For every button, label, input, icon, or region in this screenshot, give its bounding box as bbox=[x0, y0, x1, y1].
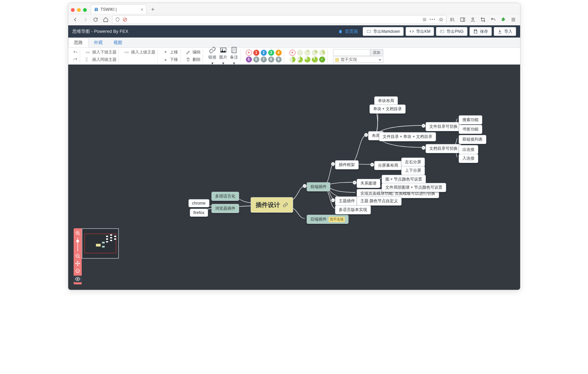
leaf-icon[interactable] bbox=[500, 16, 507, 23]
tag-add-button[interactable]: 添加 bbox=[370, 49, 383, 56]
home-link[interactable]: 首页面 bbox=[338, 28, 358, 34]
progress-75-button[interactable] bbox=[304, 56, 310, 63]
priority-6-button[interactable]: 6 bbox=[253, 56, 259, 63]
priority-clear-button[interactable]: × bbox=[246, 50, 252, 56]
window-minimize-icon[interactable] bbox=[77, 8, 81, 12]
progress-37-button[interactable] bbox=[319, 50, 325, 56]
tab-view[interactable]: 视图 bbox=[108, 38, 128, 47]
new-tab-button[interactable]: + bbox=[149, 5, 157, 14]
progress-clear-button[interactable]: × bbox=[289, 50, 296, 56]
priority-5-button[interactable]: 5 bbox=[246, 56, 252, 63]
import-button[interactable]: 导入 bbox=[494, 27, 516, 36]
priority-3-button[interactable]: 3 bbox=[268, 50, 274, 56]
minimap-viewport[interactable] bbox=[84, 234, 116, 253]
account-icon[interactable] bbox=[469, 16, 476, 23]
priority-7-button[interactable]: 7 bbox=[261, 56, 267, 63]
expand-toggle[interactable]: − bbox=[364, 133, 368, 137]
mindmap-node[interactable]: 主题 颜色节点自定义 bbox=[357, 196, 402, 206]
progress-25-button[interactable] bbox=[312, 50, 318, 56]
nav-home-button[interactable] bbox=[102, 16, 109, 23]
tab-idea[interactable]: 思路 bbox=[68, 38, 88, 47]
star-icon[interactable] bbox=[439, 17, 443, 22]
library-icon[interactable] bbox=[449, 16, 456, 23]
progress-100-button[interactable] bbox=[319, 56, 325, 63]
move-up-button[interactable]: 上移 bbox=[163, 49, 178, 56]
menu-icon[interactable] bbox=[510, 16, 517, 23]
tag-input[interactable] bbox=[333, 49, 370, 56]
mindmap-node[interactable]: 上下分屏 bbox=[401, 166, 425, 175]
mindmap-node[interactable]: 关系图谱 bbox=[357, 179, 380, 188]
progress-62-button[interactable] bbox=[297, 56, 303, 63]
mindmap-node[interactable]: 文件局部图谱 + 节点颜色可设置 bbox=[382, 183, 446, 192]
mindmap-root-node[interactable]: 插件设计 bbox=[251, 197, 293, 213]
toggle-minimap-icon[interactable] bbox=[74, 276, 82, 282]
mindmap-node[interactable]: 文件目录可切换 bbox=[426, 122, 461, 131]
redo-icon[interactable] bbox=[73, 57, 78, 62]
nav-back-button[interactable] bbox=[72, 16, 79, 23]
note-button[interactable]: 备注 ▾ bbox=[230, 46, 238, 66]
progress-0-button[interactable] bbox=[297, 50, 303, 56]
priority-4-button[interactable]: 4 bbox=[276, 50, 282, 56]
mindmap-node[interactable]: chrome bbox=[188, 199, 209, 207]
mindmap-node[interactable]: 图 + 节点颜色可设置 bbox=[382, 175, 426, 184]
expand-toggle[interactable]: − bbox=[421, 146, 426, 150]
mindmap-node[interactable]: 主题插件 bbox=[335, 196, 359, 206]
insert-parent-button[interactable]: 插入上级主题 bbox=[124, 49, 155, 56]
mindmap-node[interactable]: 双链接列表 bbox=[459, 135, 486, 144]
save-button[interactable]: 保存 bbox=[469, 27, 492, 36]
expand-toggle[interactable]: − bbox=[353, 181, 357, 185]
tab-appearance[interactable]: 外观 bbox=[88, 38, 108, 47]
export-markdown-button[interactable]: 导出Markdown bbox=[363, 27, 404, 36]
mindmap-canvas[interactable]: 插件设计 多国语言化 浏览器插件 chrome firefox − 前端插件 后… bbox=[68, 65, 520, 290]
priority-9-button[interactable]: 9 bbox=[276, 56, 282, 63]
insert-sibling-button[interactable]: 插入同级主题 bbox=[85, 56, 117, 63]
mindmap-node[interactable]: 文档目录可切换 bbox=[426, 144, 461, 153]
zoom-slider[interactable] bbox=[77, 238, 78, 251]
priority-2-button[interactable]: 2 bbox=[261, 50, 267, 56]
locate-icon[interactable] bbox=[75, 268, 80, 274]
mindmap-node[interactable]: 前端插件 bbox=[307, 182, 330, 191]
delete-button[interactable]: 删除 bbox=[186, 56, 201, 63]
mindmap-node[interactable]: 出连接 bbox=[459, 145, 478, 154]
url-bar[interactable]: ••• bbox=[112, 15, 446, 24]
export-km-button[interactable]: 导出KM bbox=[406, 27, 434, 36]
ellipsis-icon[interactable]: ••• bbox=[430, 17, 436, 22]
export-png-button[interactable]: 导出PNG bbox=[436, 27, 467, 36]
mindmap-node[interactable]: 书签功能 bbox=[459, 125, 482, 134]
browser-tab[interactable]: TSWIKI | × bbox=[91, 4, 147, 14]
zoom-in-icon[interactable] bbox=[75, 230, 80, 236]
mindmap-node[interactable]: 多国语言化 bbox=[211, 192, 239, 201]
priority-1-button[interactable]: 1 bbox=[253, 50, 259, 56]
edit-button[interactable]: 编辑 bbox=[186, 49, 201, 56]
minimap[interactable] bbox=[82, 228, 119, 259]
nav-forward-button[interactable] bbox=[82, 16, 89, 23]
progress-87-button[interactable] bbox=[312, 56, 318, 63]
expand-toggle[interactable]: − bbox=[370, 163, 374, 167]
priority-8-button[interactable]: 8 bbox=[268, 56, 274, 63]
zoom-out-icon[interactable] bbox=[75, 253, 80, 259]
move-down-button[interactable]: 下移 bbox=[163, 56, 178, 63]
mindmap-node[interactable]: 左右分屏 bbox=[401, 158, 425, 167]
window-close-icon[interactable] bbox=[71, 8, 75, 12]
mindmap-node[interactable]: 单块布局 bbox=[374, 96, 398, 106]
sidebar-icon[interactable] bbox=[459, 16, 466, 23]
mindmap-node[interactable]: 浏览器插件 bbox=[211, 204, 239, 213]
insert-child-button[interactable]: 插入下级主题 bbox=[85, 49, 117, 56]
link-button[interactable]: 链接 ▾ bbox=[208, 46, 216, 66]
progress-50-button[interactable] bbox=[289, 56, 296, 63]
expand-toggle[interactable]: − bbox=[303, 184, 307, 188]
image-button[interactable]: 图片 ▾ bbox=[219, 46, 227, 66]
nav-reload-button[interactable] bbox=[92, 16, 99, 23]
pan-icon[interactable] bbox=[75, 261, 80, 266]
undo-icon[interactable] bbox=[73, 50, 78, 55]
mindmap-node[interactable]: 搜索功能 bbox=[459, 115, 482, 124]
close-icon[interactable]: × bbox=[140, 7, 143, 12]
progress-12-button[interactable] bbox=[304, 50, 310, 56]
crop-icon[interactable] bbox=[480, 16, 486, 23]
reader-icon[interactable] bbox=[422, 17, 427, 22]
mindmap-node[interactable]: 文件目录 + 单块 + 文档目录 bbox=[379, 132, 436, 141]
expand-toggle[interactable]: − bbox=[331, 162, 335, 166]
mindmap-node[interactable]: 入连接 bbox=[459, 154, 478, 163]
mindmap-node[interactable]: firefox bbox=[190, 209, 208, 217]
mindmap-node[interactable]: 单块 + 文档目录 bbox=[369, 104, 406, 114]
